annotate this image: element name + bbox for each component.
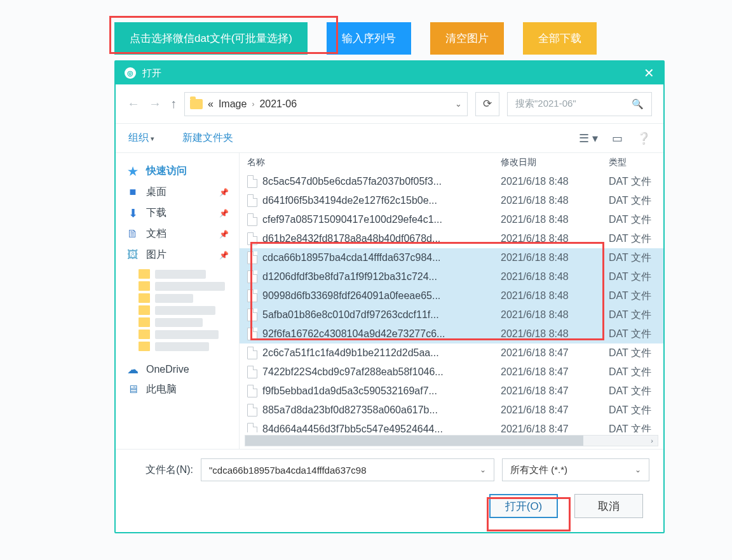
- sidebar-item-pics[interactable]: 🖼图片📌: [119, 244, 235, 265]
- chevron-down-icon[interactable]: ⌄: [455, 99, 462, 109]
- col-name[interactable]: 名称: [247, 157, 501, 168]
- file-date: 2021/6/18 8:47: [501, 347, 609, 359]
- file-name: 885a7d8da23bf0d827358a060a617b...: [262, 404, 501, 416]
- dialog-footer: 文件名(N): "cdca66b18957ba4cda14fffda637c98…: [116, 449, 663, 532]
- filetype-value: 所有文件 (*.*): [510, 464, 567, 476]
- file-date: 2021/6/18 8:48: [501, 252, 609, 263]
- file-row[interactable]: 7422bf22S4cbd9c97af288eab58f1046...2021/…: [240, 363, 663, 382]
- file-type: DAT 文件: [609, 385, 656, 398]
- cloud-icon: ☁: [126, 364, 140, 375]
- chevron-down-icon[interactable]: ⌄: [480, 465, 486, 474]
- file-type: DAT 文件: [609, 328, 656, 341]
- clear-images-button[interactable]: 清空图片: [430, 22, 504, 55]
- file-row[interactable]: 5afba01b86e8c010d7df97263cdcf11f...2021/…: [240, 305, 663, 324]
- pin-icon: 📌: [219, 251, 229, 260]
- dl-icon: ⬇: [126, 208, 140, 219]
- preview-pane-icon[interactable]: ▭: [612, 131, 623, 145]
- file-type: DAT 文件: [609, 404, 656, 417]
- crumb-0[interactable]: Image: [219, 98, 247, 110]
- star-icon: ★: [126, 166, 140, 177]
- file-row[interactable]: cdca66b18957ba4cda14fffda637c984...2021/…: [240, 248, 663, 267]
- open-button[interactable]: 打开(O): [489, 494, 558, 518]
- pin-icon: 📌: [219, 188, 229, 197]
- file-name: 7422bf22S4cbd9c97af288eab58f1046...: [262, 366, 501, 378]
- file-type: DAT 文件: [609, 347, 656, 360]
- crumb-1[interactable]: 2021-06: [259, 98, 297, 110]
- file-date: 2021/6/18 8:48: [501, 271, 609, 283]
- select-dat-files-button[interactable]: 点击选择微信dat文件(可批量选择): [114, 22, 308, 55]
- pin-icon: 📌: [219, 209, 229, 218]
- cancel-button[interactable]: 取消: [574, 494, 643, 518]
- file-icon: [247, 175, 257, 188]
- organize-menu[interactable]: 组织: [128, 131, 154, 145]
- file-type: DAT 文件: [609, 423, 656, 433]
- file-name: cdca66b18957ba4cda14fffda637c984...: [262, 252, 501, 263]
- sidebar-item-docs[interactable]: 🗎文档📌: [119, 223, 235, 244]
- sidebar-item-dl[interactable]: ⬇下载📌: [119, 203, 235, 223]
- file-icon: [247, 404, 257, 417]
- view-list-icon[interactable]: ☰ ▾: [579, 131, 598, 145]
- file-date: 2021/6/18 8:48: [501, 233, 609, 244]
- file-row[interactable]: 885a7d8da23bf0d827358a060a617b...2021/6/…: [240, 401, 663, 420]
- input-serial-button[interactable]: 输入序列号: [327, 22, 411, 55]
- sidebar-this-pc[interactable]: 🖥 此电脑: [119, 379, 235, 400]
- file-type: DAT 文件: [609, 251, 656, 265]
- close-icon[interactable]: ✕: [644, 65, 654, 81]
- nav-row: ← → ↑ « Image › 2021-06 ⌄ ⟳ 搜索"2021-06" …: [116, 84, 663, 124]
- col-date[interactable]: 修改日期: [501, 157, 609, 168]
- sidebar-quick-access[interactable]: ★ 快速访问: [119, 161, 235, 182]
- search-input[interactable]: 搜索"2021-06" 🔍: [507, 92, 652, 116]
- file-row[interactable]: cfef97a085715090417e100d29efe4c1...2021/…: [240, 210, 663, 229]
- breadcrumb-path[interactable]: « Image › 2021-06 ⌄: [184, 92, 468, 116]
- file-name: 90998d6fb33698fdf264091a0feeae65...: [262, 290, 501, 302]
- file-name: d641f06f5b34194de2e127f62c15b0e...: [262, 195, 501, 206]
- file-name: 92f6fa16762c4308104a9d42e73277c6...: [262, 328, 501, 340]
- new-folder-button[interactable]: 新建文件夹: [182, 131, 233, 145]
- file-type: DAT 文件: [609, 213, 656, 227]
- file-date: 2021/6/18 8:48: [501, 309, 609, 321]
- filename-input[interactable]: "cdca66b18957ba4cda14fffda637c98 ⌄: [201, 458, 494, 481]
- pics-icon: 🖼: [126, 250, 140, 261]
- refresh-button[interactable]: ⟳: [475, 92, 499, 116]
- pc-icon: 🖥: [126, 384, 140, 396]
- file-date: 2021/6/18 8:48: [501, 328, 609, 340]
- col-type[interactable]: 类型: [609, 157, 656, 168]
- file-icon: [247, 270, 257, 283]
- file-icon: [247, 328, 257, 340]
- up-icon[interactable]: ↑: [170, 97, 177, 111]
- chevron-down-icon[interactable]: ⌄: [635, 465, 641, 474]
- filetype-combo[interactable]: 所有文件 (*.*) ⌄: [502, 458, 649, 481]
- file-row[interactable]: 90998d6fb33698fdf264091a0feeae65...2021/…: [240, 286, 663, 305]
- file-name: 2c6c7a51f1c1fa4d9b1be2112d2d5aa...: [262, 347, 501, 359]
- file-row[interactable]: d61b2e8432fd8178a8a48b40df0678d...2021/6…: [240, 229, 663, 248]
- forward-icon[interactable]: →: [149, 97, 161, 111]
- file-date: 2021/6/18 8:47: [501, 366, 609, 378]
- file-row[interactable]: 92f6fa16762c4308104a9d42e73277c6...2021/…: [240, 324, 663, 343]
- folder-icon: [190, 99, 203, 109]
- file-row[interactable]: f9fb5ebbad1da9d5a3c590532169af7...2021/6…: [240, 382, 663, 401]
- help-icon[interactable]: ❔: [637, 131, 651, 145]
- download-all-button[interactable]: 全部下载: [523, 22, 597, 55]
- back-icon[interactable]: ←: [127, 97, 140, 111]
- sidebar-item-desk[interactable]: ■桌面📌: [119, 182, 235, 203]
- file-row[interactable]: 84d664a4456d3f7bb5c547e49524644...2021/6…: [240, 420, 663, 432]
- file-row[interactable]: 2c6c7a51f1c1fa4d9b1be2112d2d5aa...2021/6…: [240, 343, 663, 363]
- file-list[interactable]: 8c5ac547d0b5e6cda57fa2037b0f05f3...2021/…: [240, 172, 663, 432]
- file-type: DAT 文件: [609, 290, 656, 303]
- filename-value: "cdca66b18957ba4cda14fffda637c98: [209, 465, 367, 476]
- file-type: DAT 文件: [609, 270, 656, 284]
- file-row[interactable]: d1206dfdf3be8fd7a1f9f912ba31c724...2021/…: [240, 267, 663, 286]
- file-date: 2021/6/18 8:47: [501, 423, 609, 432]
- file-name: 5afba01b86e8c010d7df97263cdcf11f...: [262, 309, 501, 321]
- chevron-right-icon: ›: [252, 100, 254, 109]
- scrollbar-thumb[interactable]: [245, 436, 583, 446]
- search-icon: 🔍: [632, 98, 644, 110]
- horizontal-scrollbar[interactable]: ‹ ›: [245, 435, 658, 446]
- file-row[interactable]: d641f06f5b34194de2e127f62c15b0e...2021/6…: [240, 191, 663, 210]
- file-date: 2021/6/18 8:48: [501, 195, 609, 206]
- sidebar-onedrive[interactable]: ☁ OneDrive: [119, 360, 235, 379]
- column-headers: 名称 修改日期 类型: [240, 153, 663, 172]
- scroll-right-icon[interactable]: ›: [646, 436, 658, 446]
- file-row[interactable]: 8c5ac547d0b5e6cda57fa2037b0f05f3...2021/…: [240, 172, 663, 191]
- file-name: cfef97a085715090417e100d29efe4c1...: [262, 214, 501, 225]
